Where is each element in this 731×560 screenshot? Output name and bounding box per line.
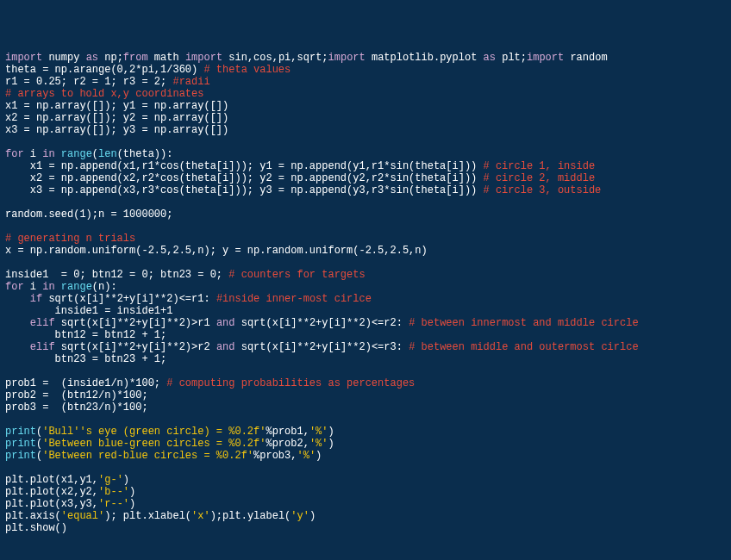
code-text: prob1 = (inside1/n)*100; [5, 377, 166, 389]
code-text: plt.plot(x3,y3, [5, 498, 98, 510]
code-line: x = np.random.uniform(-2.5,2.5,n); y = n… [5, 245, 428, 257]
string: 'Bull' [42, 426, 79, 438]
comment: # generating n trials [5, 233, 135, 245]
keyword-and: and [216, 341, 235, 353]
code-line: r1 = 0.25; r2 = 1; r3 = 2; #radii [5, 76, 210, 88]
code-line: print('Between blue-green circles = %0.2… [5, 438, 334, 450]
code-line: elif sqrt(x[i]**2+y[i]**2)>r2 and sqrt(x… [5, 341, 639, 353]
comment: #radii [172, 76, 209, 88]
code-text: x2 = np.array([]); y2 = np.array([]) [5, 112, 228, 124]
code-text: plt.show() [5, 522, 67, 534]
code-line: plt.show() [5, 522, 67, 534]
string: 'x' [191, 510, 210, 522]
code-text: x3 = np.append(x3,r3*cos(theta[i])); y3 … [5, 184, 484, 196]
comment: # computing probabilities as percentages [166, 377, 415, 389]
code-text: random.seed(1);n = 1000000; [5, 208, 172, 221]
module-name: random [564, 52, 607, 64]
comment: # between middle and outermost cirlce [409, 341, 638, 353]
keyword-in: in [42, 148, 54, 160]
code-text: (x[i]**2+y[i]**2)<=r3: [266, 341, 409, 353]
comment: # counters for targets [228, 269, 365, 281]
code-text: (x[i]**2+y[i]**2)>r2 [86, 341, 216, 353]
keyword-from: from [123, 52, 148, 64]
keyword-import: import [185, 52, 222, 64]
code-line: prob3 = (btn23/n)*100; [5, 401, 148, 414]
code-block: import numpy as np;from math import sin,… [5, 52, 726, 534]
paren: ) [316, 450, 322, 462]
code-text: r1 = 0.25; r2 = 1; r3 = 2; [5, 76, 172, 88]
keyword-import: import [5, 52, 42, 64]
comment: # between innermost and middle circle [409, 317, 638, 329]
code-line: random.seed(1);n = 1000000; [5, 208, 172, 221]
code-text: (x[i]**2+y[i]**2)<=r2: [266, 317, 409, 329]
builtin-print: print [5, 438, 36, 450]
code-line: x1 = np.array([]); y1 = np.array([]) [5, 100, 228, 112]
code-line: x3 = np.array([]); y3 = np.array([]) [5, 124, 228, 136]
code-text: plt.plot(x1,y1, [5, 474, 98, 486]
code-line: x2 = np.append(x2,r2*cos(theta[i])); y2 … [5, 172, 595, 184]
code-line: x2 = np.array([]); y2 = np.array([]) [5, 112, 228, 124]
string: '%' [309, 438, 328, 450]
code-text: inside1 = 0; btn12 = 0; btn23 = 0; [5, 269, 228, 281]
code-text: ); plt.xlabel( [104, 510, 191, 522]
code-line: elif sqrt(x[i]**2+y[i]**2)>r1 and sqrt(x… [5, 317, 639, 329]
code-line: theta = np.arange(0,2*pi,1/360) # theta … [5, 64, 291, 76]
code-text: x = np.random.uniform(-2.5,2.5,n); y = n… [5, 245, 428, 257]
code-text: btn12 = btn12 + 1; [5, 329, 166, 341]
paren: ) [328, 426, 334, 438]
paren: ) [328, 438, 334, 450]
code-text: %prob3, [253, 450, 297, 462]
code-line: prob1 = (inside1/n)*100; # computing pro… [5, 377, 415, 389]
code-text: plt.axis( [5, 510, 61, 522]
comment: # circle 2, middle [484, 172, 596, 184]
code-line: # generating n trials [5, 233, 135, 245]
code-text: theta = np.arange(0,2*pi,1/360) [5, 64, 203, 76]
code-text: (x[i]**2+y[i]**2)<=r1: [73, 293, 216, 305]
code-line: import numpy as np;from math import sin,… [5, 52, 608, 64]
keyword-as: as [86, 52, 98, 64]
alias: np; [98, 52, 123, 64]
code-text: ) [129, 486, 135, 498]
code-text: inside1 = inside1+1 [5, 305, 172, 317]
func-sqrt: sqrt [42, 293, 73, 305]
comment: # theta values [203, 64, 291, 76]
code-line: inside1 = 0; btn12 = 0; btn23 = 0; # cou… [5, 269, 366, 281]
keyword-if: if [30, 293, 42, 305]
code-line: inside1 = inside1+1 [5, 305, 172, 317]
code-line: x3 = np.append(x3,r3*cos(theta[i])); y3 … [5, 184, 601, 196]
code-line: btn23 = btn23 + 1; [5, 353, 166, 365]
string: 'Between blue-green circles = %0.2f' [42, 438, 266, 450]
string: 'y' [291, 510, 309, 522]
keyword-elif: elif [30, 341, 55, 353]
import-names: sin,cos,pi,sqrt; [222, 52, 328, 64]
code-text: plt.plot(x2,y2, [5, 486, 98, 498]
code-line: plt.axis('equal'); plt.xlabel('x');plt.y… [5, 510, 316, 522]
comment: # arrays to hold x,y coordinates [5, 88, 203, 100]
paren: ( [92, 148, 98, 160]
alias: plt; [496, 52, 527, 64]
var: i [24, 281, 43, 293]
comment: #inside inner-most cirlce [216, 293, 372, 305]
builtin-range: range [55, 148, 92, 160]
code-text: (n): [92, 281, 117, 293]
string: 's eye (green circle) = %0.2f' [79, 426, 266, 438]
string: '%' [309, 426, 328, 438]
keyword-for: for [5, 148, 24, 160]
func-sqrt: sqrt [55, 341, 86, 353]
keyword-for: for [5, 281, 24, 293]
code-line: print('Between red-blue circles = %0.2f'… [5, 450, 322, 462]
module-name: matplotlib.pyplot [366, 52, 484, 64]
indent [5, 293, 30, 305]
module-name: numpy [42, 52, 85, 64]
code-line: plt.plot(x3,y3,'r--') [5, 498, 135, 510]
code-text: ) [309, 510, 316, 522]
keyword-in: in [42, 281, 54, 293]
indent [5, 317, 30, 329]
keyword-import: import [527, 52, 564, 64]
module-name: math [148, 52, 185, 64]
code-text: ) [123, 474, 129, 486]
code-line: for i in range(len(theta)): [5, 148, 172, 160]
code-text: btn23 = btn23 + 1; [5, 353, 166, 365]
string: 'r--' [98, 498, 129, 510]
string: '%' [297, 450, 316, 462]
